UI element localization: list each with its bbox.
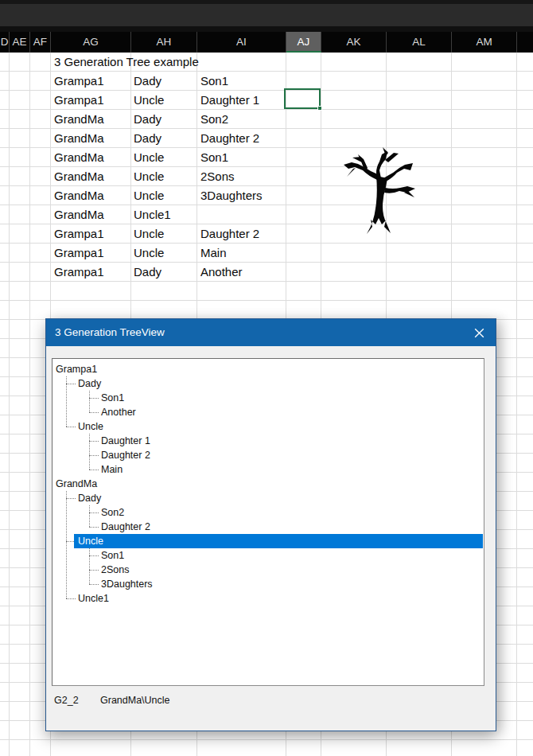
close-button[interactable] <box>462 319 496 346</box>
cell[interactable]: Another <box>200 263 243 282</box>
cell[interactable]: Grampa1 <box>54 224 104 244</box>
column-header-ah[interactable]: AH <box>131 32 197 53</box>
column-header-al[interactable]: AL <box>387 32 452 53</box>
sheet-row: Grampa1DadySon1 <box>0 72 533 91</box>
cell[interactable]: Uncle1 <box>134 205 171 224</box>
column-header-ad[interactable]: D <box>0 32 10 53</box>
sheet-row: GrandMaUncle2Sons <box>0 167 533 186</box>
cell[interactable]: GrandMa <box>54 167 104 186</box>
cell[interactable]: Daughter 2 <box>200 224 259 244</box>
selected-cell[interactable] <box>284 88 321 109</box>
cell[interactable]: Uncle <box>134 148 164 167</box>
column-header-ai[interactable]: AI <box>197 32 286 53</box>
tree-node[interactable]: Another <box>53 405 484 419</box>
dialog-title: 3 Generation TreeView <box>55 319 165 346</box>
cell[interactable]: Daughter 2 <box>200 129 259 148</box>
cell[interactable]: Main <box>200 244 227 263</box>
tree-node-label: Daughter 1 <box>99 434 153 448</box>
tree-node-label: Son1 <box>99 548 126 563</box>
selection-highlight <box>74 534 483 548</box>
cell[interactable]: 2Sons <box>200 167 235 186</box>
cell[interactable]: Uncle <box>134 167 164 186</box>
tree-connector-stub <box>89 470 99 470</box>
tree-node-label: Grampa1 <box>53 362 99 376</box>
tree-node[interactable]: Son1 <box>53 548 484 563</box>
tree-node[interactable]: Uncle <box>53 419 484 434</box>
bare-tree-silhouette-image[interactable] <box>341 146 416 236</box>
tree-node-label: Main <box>99 462 125 477</box>
sheet-row: Grampa1UncleDaughter 2 <box>0 224 533 244</box>
tree-node[interactable]: 3Daughters <box>53 577 484 591</box>
tree-node[interactable]: GrandMa <box>53 477 484 491</box>
tree-node-label: Uncle <box>76 534 106 548</box>
cell[interactable]: Dady <box>134 110 161 129</box>
tree-node-label: Uncle <box>76 419 106 434</box>
tree-connector-stub <box>66 598 76 599</box>
tree-connector-stub <box>89 555 99 556</box>
column-header-ae[interactable]: AE <box>10 32 30 53</box>
sheet-row: GrandMaDadyDaughter 2 <box>0 129 533 148</box>
cell[interactable]: GrandMa <box>54 148 104 167</box>
sheet-row: GrandMaDadySon2 <box>0 110 533 129</box>
column-header-am[interactable]: AM <box>452 32 517 53</box>
sheet-row: 3 Generation Tree example <box>0 53 533 72</box>
cell[interactable]: Grampa1 <box>54 72 104 91</box>
fill-handle[interactable] <box>317 106 322 111</box>
tree-node[interactable]: Son1 <box>53 391 484 405</box>
tree-node[interactable]: Daughter 2 <box>53 520 484 534</box>
column-header-af[interactable]: AF <box>30 32 51 53</box>
cell[interactable]: Uncle <box>134 91 164 110</box>
tree-connector-stub <box>66 498 76 499</box>
column-header-row: D AE AF AG AH AI AJ AK AL AM <box>0 32 533 53</box>
cell[interactable]: 3Daughters <box>200 186 263 205</box>
tree-connector-stub <box>89 584 99 585</box>
tree-connector-stub <box>89 527 99 528</box>
status-node-path: GrandMa\Uncle <box>100 695 170 706</box>
cell[interactable]: GrandMa <box>54 186 104 205</box>
tree-connector-stub <box>89 441 99 442</box>
tree-node-label: Uncle1 <box>76 591 111 606</box>
cell[interactable]: Son1 <box>200 148 228 167</box>
cell[interactable]: Uncle <box>134 224 164 244</box>
cell[interactable]: Uncle <box>134 186 164 205</box>
tree-node[interactable]: Main <box>53 462 484 477</box>
cell[interactable]: Dady <box>134 263 161 282</box>
sheet-row: Grampa1UncleDaughter 1 <box>0 91 533 110</box>
close-icon <box>473 327 485 339</box>
tree-connector-stub <box>89 398 99 399</box>
tree-connector-stub <box>66 384 76 384</box>
cell[interactable]: Dady <box>134 129 161 148</box>
tree-node[interactable]: Son2 <box>53 505 484 520</box>
cell[interactable]: GrandMa <box>54 205 104 224</box>
tree-node-label: GrandMa <box>53 477 99 491</box>
chrome-band <box>0 4 533 26</box>
cell[interactable]: Son1 <box>200 72 228 91</box>
column-header-ag[interactable]: AG <box>51 32 131 53</box>
tree-node[interactable]: 2Sons <box>53 563 484 577</box>
cell[interactable]: Uncle <box>134 244 164 263</box>
tree-node[interactable]: Dady <box>53 376 484 391</box>
column-header-aj-selected[interactable]: AJ <box>286 32 321 53</box>
cell[interactable]: Daughter 1 <box>200 91 259 110</box>
cell[interactable]: Grampa1 <box>54 91 104 110</box>
tree-node[interactable]: Daughter 1 <box>53 434 484 448</box>
cell[interactable]: 3 Generation Tree example <box>54 53 199 72</box>
tree-node-label: Daughter 2 <box>99 520 153 534</box>
tree-node[interactable]: Dady <box>53 491 484 505</box>
tree-node[interactable]: Daughter 2 <box>53 448 484 462</box>
tree-node-selected[interactable]: Uncle <box>53 534 484 548</box>
tree-node[interactable]: Grampa1 <box>53 362 484 376</box>
cell[interactable]: Dady <box>134 72 161 91</box>
tree-node-label: Son1 <box>99 391 126 405</box>
tree-node-label: Dady <box>76 376 103 391</box>
dialog-titlebar[interactable]: 3 Generation TreeView <box>46 319 496 346</box>
cell[interactable]: Son2 <box>200 110 228 129</box>
cell[interactable]: GrandMa <box>54 129 104 148</box>
cell[interactable]: Grampa1 <box>54 263 104 282</box>
dialog-status-row: G2_2 GrandMa\Uncle <box>54 695 484 707</box>
cell[interactable]: GrandMa <box>54 110 104 129</box>
tree-node[interactable]: Uncle1 <box>53 591 484 606</box>
treeview[interactable]: Grampa1 Dady Son1 Another Uncle Daughter… <box>52 358 484 686</box>
cell[interactable]: Grampa1 <box>54 244 104 263</box>
column-header-ak[interactable]: AK <box>321 32 387 53</box>
